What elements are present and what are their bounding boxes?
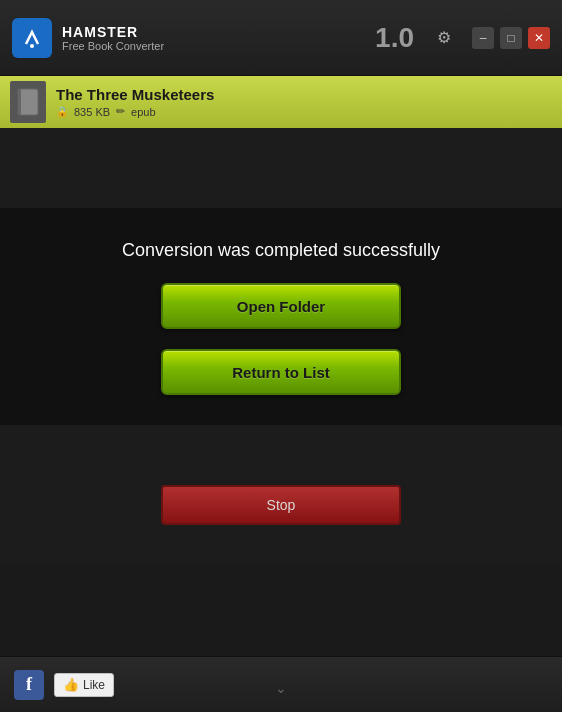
maximize-button[interactable]: □ <box>500 27 522 49</box>
stop-area: Stop <box>0 475 562 535</box>
filesize-icon: 🔒 <box>56 106 68 117</box>
book-title: The Three Musketeers <box>56 86 552 103</box>
app-title-group: HAMSTER Free Book Converter <box>62 24 375 52</box>
success-message: Conversion was completed successfully <box>122 238 440 263</box>
app-subtitle: Free Book Converter <box>62 40 375 52</box>
stop-button[interactable]: Stop <box>161 485 401 525</box>
book-info: The Three Musketeers 🔒 835 KB ✏ epub <box>56 86 552 118</box>
return-to-list-button[interactable]: Return to List <box>161 349 401 395</box>
footer: f 👍 Like ⌄ <box>0 656 562 712</box>
app-version: 1.0 <box>375 22 414 54</box>
book-filesize: 835 KB <box>74 106 110 118</box>
book-icon <box>10 81 46 123</box>
like-label: Like <box>83 678 105 692</box>
title-bar: HAMSTER Free Book Converter 1.0 ⚙ – □ ✕ <box>0 0 562 76</box>
success-panel: Conversion was completed successfully Op… <box>0 208 562 425</box>
thumbs-up-icon: 👍 <box>63 677 79 692</box>
book-format: epub <box>131 106 155 118</box>
spacer-mid <box>0 425 562 475</box>
book-item-bar: The Three Musketeers 🔒 835 KB ✏ epub <box>0 76 562 128</box>
like-button[interactable]: 👍 Like <box>54 673 114 697</box>
pen-icon: ✏ <box>116 105 125 118</box>
minimize-button[interactable]: – <box>472 27 494 49</box>
open-folder-button[interactable]: Open Folder <box>161 283 401 329</box>
svg-point-1 <box>30 44 34 48</box>
app-logo <box>12 18 52 58</box>
spacer-top <box>0 128 562 208</box>
book-meta: 🔒 835 KB ✏ epub <box>56 105 552 118</box>
settings-icon[interactable]: ⚙ <box>430 24 458 52</box>
arrow-down-icon: ⌄ <box>275 680 287 696</box>
svg-rect-3 <box>18 89 21 115</box>
spacer-bottom <box>0 535 562 565</box>
app-name: HAMSTER <box>62 24 375 40</box>
close-button[interactable]: ✕ <box>528 27 550 49</box>
window-controls: ⚙ – □ ✕ <box>430 24 550 52</box>
facebook-icon[interactable]: f <box>14 670 44 700</box>
